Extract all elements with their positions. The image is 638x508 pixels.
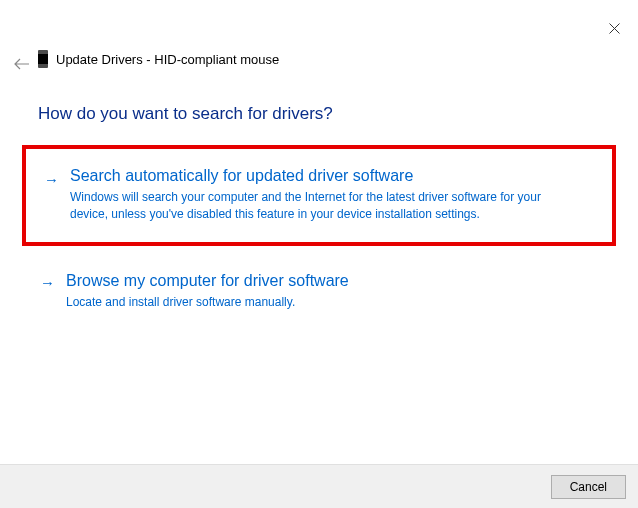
option-title: Browse my computer for driver software — [66, 272, 596, 290]
dialog-header: Update Drivers - HID-compliant mouse — [38, 50, 279, 68]
cancel-button[interactable]: Cancel — [551, 475, 626, 499]
close-button[interactable] — [606, 20, 622, 36]
back-arrow-icon — [14, 58, 30, 70]
back-button[interactable] — [12, 54, 32, 74]
arrow-right-icon: → — [40, 274, 55, 291]
option-browse-computer[interactable]: → Browse my computer for driver software… — [22, 254, 616, 329]
option-description: Windows will search your computer and th… — [70, 189, 570, 224]
option-search-automatically[interactable]: → Search automatically for updated drive… — [22, 145, 616, 246]
options-list: → Search automatically for updated drive… — [22, 145, 616, 329]
device-icon — [38, 50, 48, 68]
close-icon — [609, 23, 620, 34]
dialog-footer: Cancel — [0, 464, 638, 508]
dialog-title: Update Drivers - HID-compliant mouse — [56, 52, 279, 67]
main-heading: How do you want to search for drivers? — [38, 104, 333, 124]
option-description: Locate and install driver software manua… — [66, 294, 566, 311]
arrow-right-icon: → — [44, 171, 59, 188]
option-title: Search automatically for updated driver … — [70, 167, 592, 185]
